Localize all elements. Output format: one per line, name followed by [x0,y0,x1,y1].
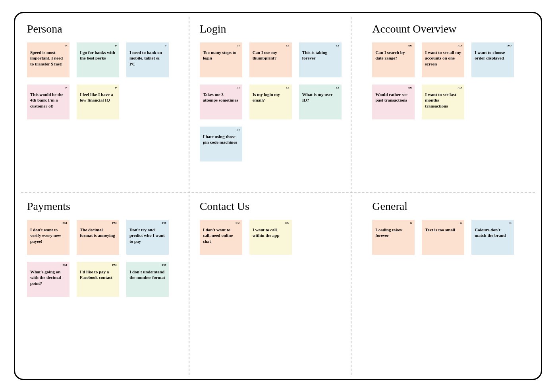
note-tag: CU [236,221,240,225]
sticky-note[interactable]: CU I don't want to call, need online cha… [200,220,242,255]
note-text: Takes me 3 attemps sometimes [203,92,239,103]
vertical-divider-1 [189,17,189,375]
note-tag: LI [286,44,290,48]
sticky-note[interactable]: AO Can I search by date range? [372,42,415,77]
notes-grid: PM I don't want to verify every new paye… [27,220,184,297]
note-tag: P [115,44,117,48]
note-text: This is taking forever [302,50,338,61]
note-text: Text is too small [425,227,455,233]
sticky-note[interactable]: PM The decimal format is annoying [77,220,119,255]
note-text: Colours don't match the brand [475,227,511,238]
note-tag: PM [63,221,67,225]
note-text: I hate using those pin code machines [203,134,239,145]
note-tag: LI [237,128,240,132]
note-tag: AO [458,44,462,48]
sticky-note[interactable]: G Colours don't match the brand [471,220,514,255]
note-text: Loading takes forever [375,227,411,238]
sticky-note[interactable]: LI What is my user ID? [299,85,342,119]
notes-grid: CU I don't want to call, need online cha… [200,220,357,255]
note-tag: LI [237,86,240,90]
note-text: I want to choose order displayed [475,50,511,61]
sticky-note[interactable]: LI Too many steps to login [200,42,242,77]
note-tag: G [410,221,413,225]
note-text: I feel like I have a low financial IQ [80,92,116,103]
sticky-note[interactable]: LI Is my login my email? [249,85,292,119]
notes-grid: LI Too many steps to login LI Can I use … [200,42,357,161]
note-tag: P [164,44,166,48]
note-tag: G [460,221,462,225]
sticky-note[interactable]: PM What's going on with the decimal poin… [27,262,70,297]
sticky-note[interactable]: G Text is too small [422,220,464,255]
sticky-note[interactable]: G Loading takes forever [372,220,415,255]
sticky-note[interactable]: P Speed is most important, I need to tra… [27,42,70,77]
note-text: Too many steps to login [203,50,239,61]
sticky-note[interactable]: PM I don't want to verify every new paye… [27,220,70,255]
affinity-board[interactable]: Persona P Speed is most important, I nee… [14,12,542,380]
note-text: I don't understand the number format [129,269,166,281]
section-general: General G Loading takes forever G Text i… [372,200,529,369]
note-text: The decimal format is annoying [80,227,116,238]
note-text: I don't want to call, need online chat [203,227,239,244]
sticky-note[interactable]: PM Don't try and predict who I want to p… [126,220,169,255]
note-tag: PM [162,221,166,225]
section-contact-us: Contact Us CU I don't want to call, need… [200,200,357,369]
notes-grid: P Speed is most important, I need to tra… [27,42,184,119]
note-tag: AO [458,86,462,90]
section-title: General [372,200,529,213]
note-tag: G [510,221,512,225]
note-tag: AO [507,44,512,48]
sticky-note[interactable]: LI Takes me 3 attemps sometimes [200,85,242,119]
notes-grid: G Loading takes forever G Text is too sm… [372,220,529,255]
section-payments: Payments PM I don't want to verify every… [27,200,184,369]
note-tag: P [65,86,67,90]
horizontal-divider [21,192,535,193]
note-tag: CU [285,221,290,225]
note-text: I want to see last months transactions [425,92,461,109]
note-text: Can I use my thumbprint? [253,50,289,61]
sticky-note[interactable]: LI I hate using those pin code machines [200,127,242,161]
note-text: I need to bank on mobile, tablet & PC [129,50,166,67]
sticky-note[interactable]: P I go for banks with the best perks [77,42,119,77]
sticky-note[interactable]: AO I want to choose order displayed [471,42,514,77]
sticky-note[interactable]: AO Would rather see past transactions [372,85,415,119]
note-tag: LI [286,86,290,90]
sticky-note[interactable]: PM I'd like to pay a Facebook contact [77,262,119,297]
note-tag: PM [112,221,117,225]
note-text: What is my user ID? [302,92,338,103]
note-text: I want to see all my accounts on one scr… [425,50,461,67]
section-account-overview: Account Overview AO Can I search by date… [372,23,529,192]
sticky-note[interactable]: PM I don't understand the number format [126,262,169,297]
sticky-note[interactable]: P This would be the 4th bank I'm a custo… [27,85,70,119]
note-tag: AO [408,86,412,90]
section-persona: Persona P Speed is most important, I nee… [27,23,184,192]
note-text: I'd like to pay a Facebook contact [80,269,116,281]
section-title: Persona [27,23,184,35]
note-text: I go for banks with the best perks [80,50,116,61]
note-text: Can I search by date range? [375,50,411,61]
section-title: Contact Us [200,200,357,213]
note-tag: P [65,44,67,48]
note-text: What's going on with the decimal point? [30,269,66,286]
notes-grid: AO Can I search by date range? AO I want… [372,42,529,119]
note-text: Would rather see past transactions [375,92,411,103]
note-text: I don't want to verify every new payee! [30,227,66,244]
note-text: Speed is most important, I need to trans… [30,50,66,67]
sticky-note[interactable]: LI Can I use my thumbprint? [249,42,292,77]
section-title: Login [200,23,357,35]
section-title: Payments [27,200,184,213]
sticky-note[interactable]: P I need to bank on mobile, tablet & PC [126,42,169,77]
note-text: Don't try and predict who I want to pay [129,227,166,244]
sticky-note[interactable]: P I feel like I have a low financial IQ [77,85,119,119]
note-tag: P [115,86,117,90]
note-text: This would be the 4th bank I'm a custome… [30,92,66,109]
note-text: Is my login my email? [253,92,289,103]
note-tag: LI [336,44,339,48]
note-tag: PM [162,263,166,267]
sticky-note[interactable]: AO I want to see last months transaction… [422,85,464,119]
section-login: Login LI Too many steps to login LI Can … [200,23,357,192]
note-tag: AO [408,44,412,48]
sticky-note[interactable]: AO I want to see all my accounts on one … [422,42,464,77]
section-title: Account Overview [372,23,529,35]
sticky-note[interactable]: CU I want to call within the app [249,220,292,255]
sticky-note[interactable]: LI This is taking forever [299,42,342,77]
